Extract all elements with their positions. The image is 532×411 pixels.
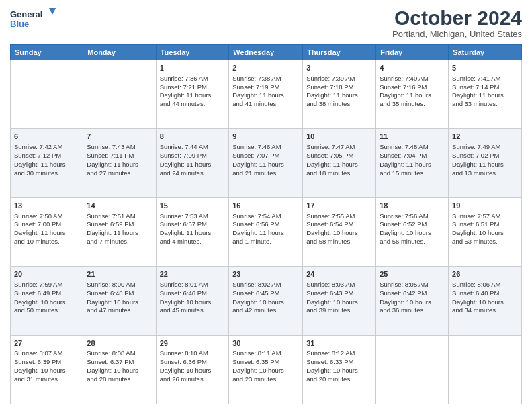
day-info: Daylight: 11 hours — [14, 161, 79, 169]
day-info: Sunset: 7:14 PM — [452, 83, 518, 92]
day-info: and 7 minutes. — [87, 238, 152, 246]
day-info: Daylight: 11 hours — [380, 91, 445, 100]
day-info: and 42 minutes. — [232, 306, 299, 315]
day-info: Sunrise: 8:06 AM — [452, 281, 518, 289]
day-number: 29 — [160, 338, 226, 349]
day-info: Sunrise: 7:39 AM — [306, 75, 372, 83]
day-number: 3 — [306, 63, 372, 73]
day-info: Daylight: 10 hours — [232, 298, 299, 307]
day-info: and 18 minutes. — [306, 169, 372, 178]
day-info: Sunset: 6:40 PM — [452, 289, 518, 298]
day-info: and 13 minutes. — [452, 169, 518, 178]
day-info: and 26 minutes. — [160, 375, 226, 384]
day-number: 23 — [232, 269, 299, 279]
day-info: Sunset: 6:42 PM — [380, 289, 445, 298]
table-row: 30Sunrise: 8:11 AMSunset: 6:35 PMDayligh… — [229, 335, 303, 404]
month-title: October 2024 — [392, 7, 522, 29]
day-info: Daylight: 11 hours — [87, 229, 152, 238]
header: General Blue October 2024 Portland, Mich… — [10, 7, 522, 39]
day-info: and 50 minutes. — [14, 306, 79, 315]
day-info: Daylight: 11 hours — [232, 161, 299, 169]
day-info: Daylight: 11 hours — [160, 161, 226, 169]
table-row: 25Sunrise: 8:05 AMSunset: 6:42 PMDayligh… — [376, 267, 449, 335]
day-info: and 24 minutes. — [160, 169, 226, 178]
day-number: 5 — [452, 63, 518, 73]
day-number: 24 — [306, 269, 372, 279]
day-info: Sunrise: 8:12 AM — [306, 349, 372, 358]
table-row — [11, 60, 83, 129]
day-info: Daylight: 10 hours — [87, 298, 152, 307]
table-row: 22Sunrise: 8:01 AMSunset: 6:46 PMDayligh… — [156, 267, 229, 335]
table-row: 27Sunrise: 8:07 AMSunset: 6:39 PMDayligh… — [11, 335, 83, 404]
day-info: Sunrise: 7:57 AM — [452, 212, 518, 221]
logo-svg: General Blue — [10, 7, 57, 31]
day-info: Sunset: 7:12 PM — [14, 152, 79, 161]
table-row — [376, 335, 449, 404]
day-info: Sunset: 7:21 PM — [160, 83, 226, 92]
table-row: 12Sunrise: 7:49 AMSunset: 7:02 PMDayligh… — [449, 129, 522, 197]
table-row: 9Sunrise: 7:46 AMSunset: 7:07 PMDaylight… — [229, 129, 303, 197]
table-row: 5Sunrise: 7:41 AMSunset: 7:14 PMDaylight… — [449, 60, 522, 129]
day-info: Daylight: 10 hours — [452, 229, 518, 238]
day-info: and 56 minutes. — [380, 238, 445, 246]
day-info: Daylight: 10 hours — [306, 229, 372, 238]
day-info: Sunset: 7:07 PM — [232, 152, 299, 161]
day-info: Daylight: 10 hours — [14, 367, 79, 375]
day-info: and 36 minutes. — [380, 306, 445, 315]
day-info: Sunset: 7:18 PM — [306, 83, 372, 92]
table-row: 23Sunrise: 8:02 AMSunset: 6:45 PMDayligh… — [229, 267, 303, 335]
table-row: 24Sunrise: 8:03 AMSunset: 6:43 PMDayligh… — [303, 267, 376, 335]
day-info: Daylight: 11 hours — [306, 91, 372, 100]
table-row: 16Sunrise: 7:54 AMSunset: 6:56 PMDayligh… — [229, 197, 303, 266]
day-info: Daylight: 11 hours — [452, 161, 518, 169]
table-row: 28Sunrise: 8:08 AMSunset: 6:37 PMDayligh… — [83, 335, 156, 404]
table-row: 2Sunrise: 7:38 AMSunset: 7:19 PMDaylight… — [229, 60, 303, 129]
day-info: Daylight: 10 hours — [452, 298, 518, 307]
day-info: Sunset: 7:19 PM — [232, 83, 299, 92]
day-info: Sunset: 6:56 PM — [232, 220, 299, 229]
day-info: Sunset: 6:43 PM — [306, 289, 372, 298]
day-number: 8 — [160, 132, 226, 142]
day-info: Sunset: 6:46 PM — [160, 289, 226, 298]
day-info: Sunset: 6:48 PM — [87, 289, 152, 298]
day-info: and 34 minutes. — [452, 306, 518, 315]
day-info: Daylight: 11 hours — [232, 91, 299, 100]
table-row: 31Sunrise: 8:12 AMSunset: 6:33 PMDayligh… — [303, 335, 376, 404]
day-info: Daylight: 10 hours — [14, 298, 79, 307]
table-row: 7Sunrise: 7:43 AMSunset: 7:11 PMDaylight… — [83, 129, 156, 197]
day-info: and 44 minutes. — [160, 100, 226, 109]
day-info: Sunset: 6:37 PM — [87, 358, 152, 367]
day-info: Sunset: 6:52 PM — [380, 220, 445, 229]
day-info: and 39 minutes. — [306, 306, 372, 315]
day-number: 30 — [232, 338, 299, 349]
location: Portland, Michigan, United States — [392, 29, 522, 39]
day-info: Sunset: 6:49 PM — [14, 289, 79, 298]
day-info: Daylight: 10 hours — [160, 367, 226, 375]
day-number: 18 — [380, 201, 445, 211]
day-info: Sunrise: 7:46 AM — [232, 143, 299, 152]
day-info: Sunrise: 7:36 AM — [160, 75, 226, 83]
table-row: 3Sunrise: 7:39 AMSunset: 7:18 PMDaylight… — [303, 60, 376, 129]
day-info: Sunset: 7:00 PM — [14, 220, 79, 229]
col-header-saturday: Saturday — [449, 45, 522, 60]
day-number: 13 — [14, 201, 79, 211]
day-number: 10 — [306, 132, 372, 142]
day-info: Sunrise: 8:07 AM — [14, 349, 79, 358]
day-number: 11 — [380, 132, 445, 142]
day-info: Daylight: 10 hours — [306, 367, 372, 375]
day-info: Sunset: 7:05 PM — [306, 152, 372, 161]
day-info: Daylight: 11 hours — [306, 161, 372, 169]
day-number: 14 — [87, 201, 152, 211]
table-row: 8Sunrise: 7:44 AMSunset: 7:09 PMDaylight… — [156, 129, 229, 197]
day-info: Sunset: 7:02 PM — [452, 152, 518, 161]
day-info: and 58 minutes. — [306, 238, 372, 246]
day-number: 7 — [87, 132, 152, 142]
day-info: Sunset: 6:54 PM — [306, 220, 372, 229]
table-row: 15Sunrise: 7:53 AMSunset: 6:57 PMDayligh… — [156, 197, 229, 266]
day-info: and 15 minutes. — [380, 169, 445, 178]
table-row: 17Sunrise: 7:55 AMSunset: 6:54 PMDayligh… — [303, 197, 376, 266]
day-info: Sunset: 7:16 PM — [380, 83, 445, 92]
day-info: Daylight: 10 hours — [87, 367, 152, 375]
day-info: Sunset: 6:57 PM — [160, 220, 226, 229]
day-info: Sunrise: 7:47 AM — [306, 143, 372, 152]
